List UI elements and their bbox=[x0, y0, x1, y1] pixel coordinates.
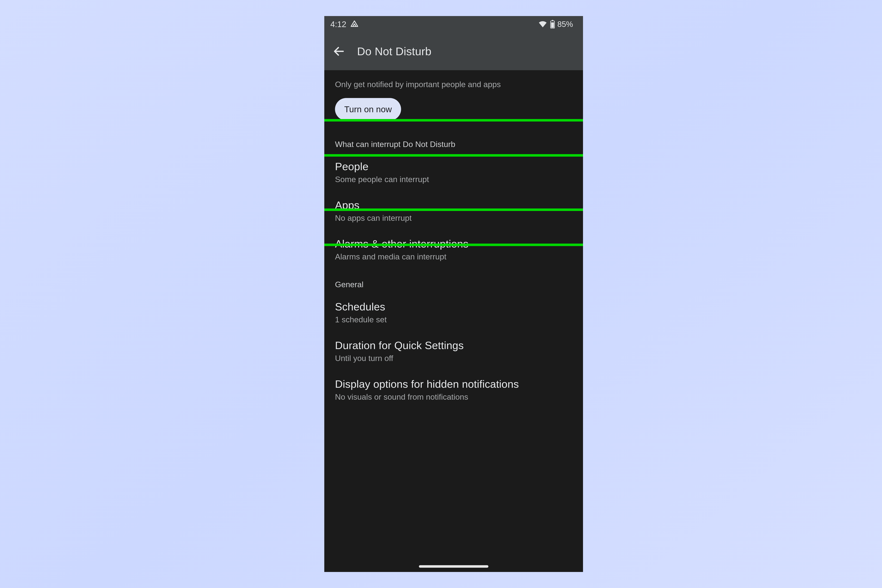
battery-icon bbox=[550, 20, 555, 28]
list-item-subtitle: Until you turn off bbox=[335, 354, 572, 363]
section-header-interrupt: What can interrupt Do Not Disturb bbox=[324, 133, 583, 153]
list-item-display-options[interactable]: Display options for hidden notifications… bbox=[324, 371, 583, 410]
list-item-subtitle: No apps can interrupt bbox=[335, 213, 572, 223]
list-item-title: People bbox=[335, 160, 572, 172]
list-item-title: Alarms & other interruptions bbox=[335, 238, 572, 250]
wifi-icon bbox=[538, 20, 548, 29]
turn-on-label: Turn on now bbox=[344, 104, 392, 114]
list-item-subtitle: Some people can interrupt bbox=[335, 175, 572, 184]
list-item-subtitle: 1 schedule set bbox=[335, 315, 572, 324]
list-item-duration[interactable]: Duration for Quick Settings Until you tu… bbox=[324, 332, 583, 371]
turn-on-now-button[interactable]: Turn on now bbox=[335, 98, 401, 120]
page-title: Do Not Disturb bbox=[357, 45, 431, 58]
status-left: 4:12 bbox=[330, 20, 359, 29]
status-bar: 4:12 85% bbox=[324, 16, 583, 32]
list-item-title: Display options for hidden notifications bbox=[335, 378, 572, 390]
status-time: 4:12 bbox=[330, 20, 346, 29]
content: Only get notified by important people an… bbox=[324, 70, 583, 410]
list-item-people[interactable]: People Some people can interrupt bbox=[324, 153, 583, 192]
status-right: 85% bbox=[538, 20, 573, 29]
list-item-title: Duration for Quick Settings bbox=[335, 339, 572, 351]
list-item-apps[interactable]: Apps No apps can interrupt bbox=[324, 192, 583, 231]
list-item-title: Apps bbox=[335, 199, 572, 212]
page-subtitle: Only get notified by important people an… bbox=[324, 70, 583, 98]
arrow-back-icon bbox=[333, 45, 345, 58]
list-item-subtitle: No visuals or sound from notifications bbox=[335, 392, 572, 402]
section-header-general: General bbox=[324, 269, 583, 294]
battery-text: 85% bbox=[557, 20, 573, 28]
svg-rect-2 bbox=[551, 22, 554, 28]
gesture-nav-bar[interactable] bbox=[419, 565, 488, 568]
phone-frame: 4:12 85% bbox=[324, 16, 583, 572]
list-item-schedules[interactable]: Schedules 1 schedule set bbox=[324, 294, 583, 332]
app-bar: Do Not Disturb bbox=[324, 32, 583, 70]
turn-on-row: Turn on now bbox=[324, 98, 583, 133]
list-item-subtitle: Alarms and media can interrupt bbox=[335, 252, 572, 261]
list-item-alarms[interactable]: Alarms & other interruptions Alarms and … bbox=[324, 231, 583, 269]
list-item-title: Schedules bbox=[335, 301, 572, 313]
drive-icon bbox=[350, 20, 359, 28]
back-button[interactable] bbox=[329, 42, 348, 61]
